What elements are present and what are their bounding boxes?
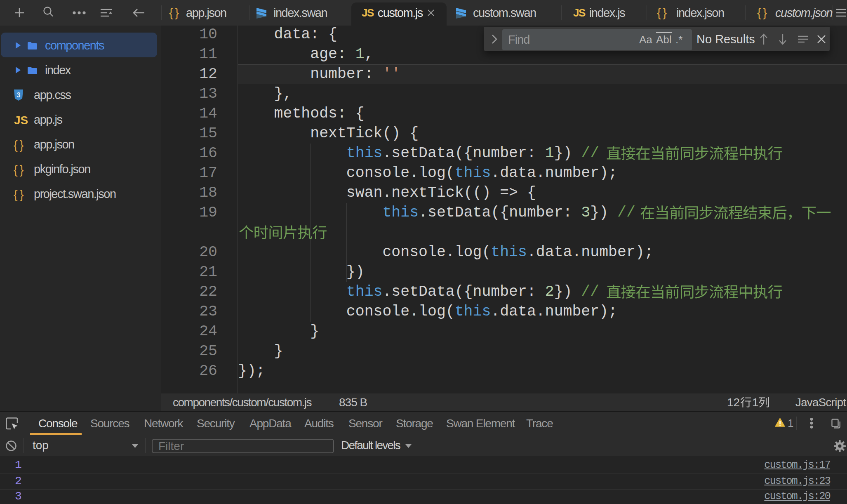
svg-text:3: 3	[17, 92, 21, 99]
